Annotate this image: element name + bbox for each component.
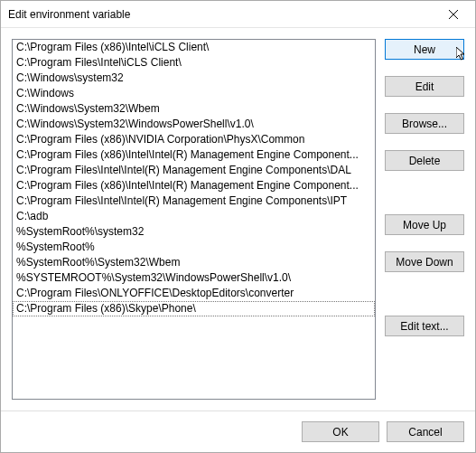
list-item[interactable]: C:\Windows [13, 86, 375, 101]
close-button[interactable] [433, 2, 473, 27]
list-item[interactable]: C:\Program Files (x86)\Skype\Phone\ [13, 301, 375, 316]
browse-button[interactable]: Browse... [385, 113, 464, 134]
list-item[interactable]: C:\Program Files (x86)\Intel\Intel(R) Ma… [13, 178, 375, 193]
move-up-button[interactable]: Move Up [385, 214, 464, 235]
list-item[interactable]: C:\Program Files\ONLYOFFICE\DesktopEdito… [13, 286, 375, 301]
cursor-icon [456, 47, 471, 64]
list-item[interactable]: %SYSTEMROOT%\System32\WindowsPowerShell\… [13, 270, 375, 286]
bottom-button-bar: OK Cancel [1, 411, 475, 452]
button-label: Cancel [408, 426, 442, 439]
list-item[interactable]: C:\Program Files\Intel\Intel(R) Manageme… [13, 193, 375, 209]
new-button[interactable]: New [385, 39, 464, 60]
delete-button[interactable]: Delete [385, 150, 464, 171]
button-label: OK [332, 426, 348, 439]
list-item[interactable]: C:\Windows\System32\Wbem [13, 101, 375, 117]
close-icon [449, 10, 458, 19]
list-item[interactable]: %SystemRoot%\System32\Wbem [13, 255, 375, 270]
list-item[interactable]: %SystemRoot%\system32 [13, 224, 375, 240]
button-label: Browse... [402, 118, 447, 130]
list-item[interactable]: C:\Program Files (x86)\NVIDIA Corporatio… [13, 132, 375, 147]
side-button-column: New Edit Browse... Delete [385, 39, 464, 400]
move-down-button[interactable]: Move Down [385, 251, 464, 272]
list-item[interactable]: %SystemRoot% [13, 240, 375, 255]
titlebar: Edit environment variable [1, 1, 475, 28]
path-listbox[interactable]: C:\Program Files (x86)\Intel\iCLS Client… [12, 39, 376, 400]
button-label: Move Down [396, 256, 453, 269]
button-label: Delete [409, 155, 441, 167]
list-item[interactable]: C:\Program Files (x86)\Intel\iCLS Client… [13, 40, 375, 55]
list-item[interactable]: C:\Program Files\Intel\Intel(R) Manageme… [13, 163, 375, 178]
edit-environment-variable-dialog: Edit environment variable C:\Program Fil… [0, 0, 476, 453]
list-item[interactable]: C:\adb [13, 209, 375, 224]
button-label: Edit text... [400, 320, 448, 333]
list-item[interactable]: C:\Windows\system32 [13, 71, 375, 86]
main-area: C:\Program Files (x86)\Intel\iCLS Client… [12, 39, 464, 400]
dialog-body: C:\Program Files (x86)\Intel\iCLS Client… [1, 28, 475, 411]
cancel-button[interactable]: Cancel [387, 421, 464, 442]
ok-button[interactable]: OK [302, 421, 379, 442]
button-label: Edit [415, 80, 434, 93]
window-title: Edit environment variable [8, 8, 433, 21]
button-label: New [414, 43, 435, 56]
list-item[interactable]: C:\Program Files\Intel\iCLS Client\ [13, 55, 375, 71]
list-item[interactable]: C:\Program Files (x86)\Intel\Intel(R) Ma… [13, 147, 375, 163]
svg-marker-2 [456, 47, 464, 60]
edit-text-button[interactable]: Edit text... [385, 316, 464, 336]
list-item[interactable]: C:\Windows\System32\WindowsPowerShell\v1… [13, 117, 375, 132]
button-label: Move Up [403, 219, 446, 231]
edit-button[interactable]: Edit [385, 76, 464, 97]
